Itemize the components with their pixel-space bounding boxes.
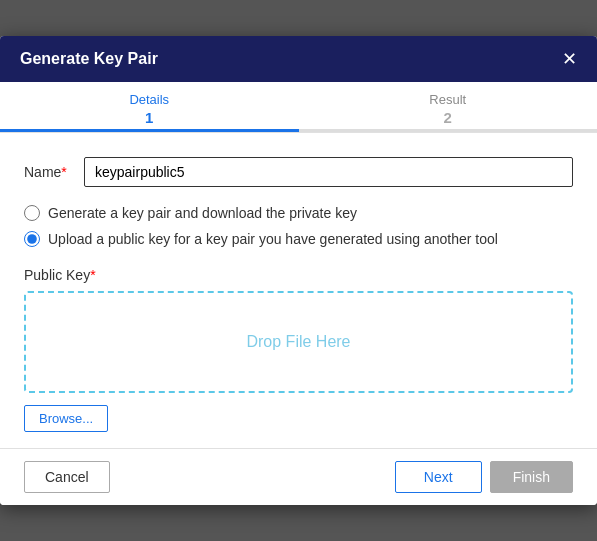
step-result[interactable]: Result 2 — [299, 82, 598, 132]
radio-generate-label: Generate a key pair and download the pri… — [48, 205, 357, 221]
radio-item-generate[interactable]: Generate a key pair and download the pri… — [24, 205, 573, 221]
public-key-label: Public Key* — [24, 267, 573, 283]
radio-upload[interactable] — [24, 231, 40, 247]
name-required-star: * — [61, 164, 66, 180]
drop-zone-text: Drop File Here — [246, 333, 350, 350]
close-button[interactable]: ✕ — [562, 50, 577, 68]
dialog-body: Name* Generate a key pair and download t… — [0, 133, 597, 448]
step-result-underline — [299, 129, 598, 132]
step-details-label: Details — [0, 92, 299, 107]
steps-bar: Details 1 Result 2 — [0, 82, 597, 133]
dialog-title: Generate Key Pair — [20, 50, 158, 68]
step-details[interactable]: Details 1 — [0, 82, 299, 132]
radio-generate[interactable] — [24, 205, 40, 221]
public-key-required-star: * — [90, 267, 95, 283]
radio-group: Generate a key pair and download the pri… — [24, 205, 573, 247]
finish-button: Finish — [490, 461, 573, 493]
public-key-section: Public Key* Drop File Here Browse... — [24, 267, 573, 432]
browse-button[interactable]: Browse... — [24, 405, 108, 432]
cancel-button[interactable]: Cancel — [24, 461, 110, 493]
radio-item-upload[interactable]: Upload a public key for a key pair you h… — [24, 231, 573, 247]
name-label: Name* — [24, 164, 84, 180]
step-details-number: 1 — [0, 109, 299, 126]
step-result-number: 2 — [299, 109, 598, 126]
drop-zone[interactable]: Drop File Here — [24, 291, 573, 393]
step-result-label: Result — [299, 92, 598, 107]
radio-upload-label: Upload a public key for a key pair you h… — [48, 231, 498, 247]
footer-right: Next Finish — [395, 461, 573, 493]
dialog-footer: Cancel Next Finish — [0, 448, 597, 505]
step-details-underline — [0, 129, 299, 132]
dialog-header: Generate Key Pair ✕ — [0, 36, 597, 82]
name-row: Name* — [24, 157, 573, 187]
generate-key-pair-dialog: Generate Key Pair ✕ Details 1 Result 2 N… — [0, 36, 597, 505]
next-button[interactable]: Next — [395, 461, 482, 493]
name-input[interactable] — [84, 157, 573, 187]
